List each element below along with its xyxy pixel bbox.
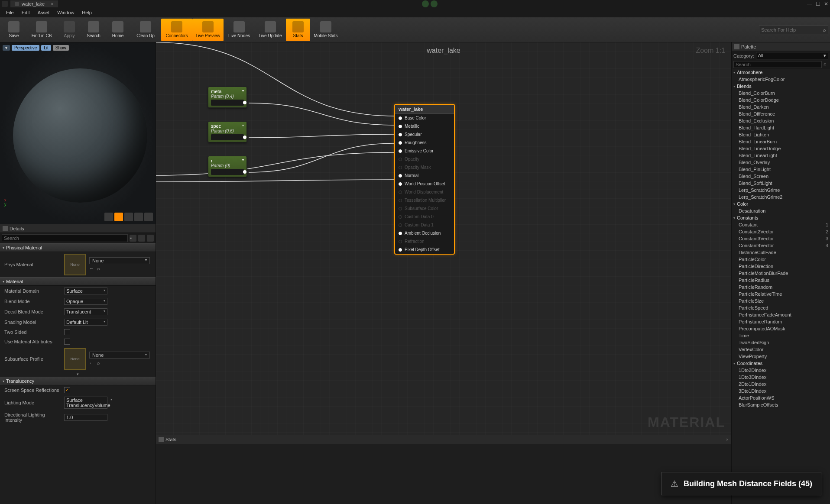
palette-item[interactable]: PerInstanceFadeAmount: [732, 311, 830, 318]
palette-item[interactable]: ParticleMotionBlurFade: [732, 270, 830, 277]
live-update-button[interactable]: Live Update: [255, 19, 286, 41]
document-tab[interactable]: water_lake ×: [10, 0, 58, 7]
palette-item[interactable]: Blend_Difference: [732, 110, 830, 117]
help-search-input[interactable]: [761, 27, 823, 32]
palette-item[interactable]: Blend_SoftLight: [732, 180, 830, 187]
category-dropdown[interactable]: All: [756, 52, 828, 59]
palette-item[interactable]: Constant1: [732, 221, 830, 228]
dropdown[interactable]: Surface TranslucencyVolume: [64, 397, 107, 409]
details-search-input[interactable]: [2, 234, 128, 242]
pin-subsurface-color[interactable]: Subsurface Color: [395, 204, 454, 213]
dropdown[interactable]: Default Lit: [64, 319, 107, 326]
search-icon[interactable]: ⌕: [822, 61, 828, 68]
palette-item[interactable]: Constant2Vector2: [732, 228, 830, 235]
palette-item[interactable]: Blend_LinearDodge: [732, 145, 830, 152]
pin-tessellation-multiplier[interactable]: Tessellation Multiplier: [395, 196, 454, 204]
viewport-menu-button[interactable]: ▾: [3, 45, 10, 51]
dropdown[interactable]: Surface: [64, 288, 107, 294]
palette-item[interactable]: 1Dto3DIndex: [732, 374, 830, 381]
pin-custom-data-1[interactable]: Custom Data 1: [395, 221, 454, 229]
category-translucency[interactable]: Translucency: [0, 377, 156, 385]
lit-button[interactable]: Lit: [41, 45, 51, 51]
palette-item[interactable]: ParticleRadius: [732, 277, 830, 284]
apply-button[interactable]: Apply: [57, 19, 81, 41]
live-nodes-button[interactable]: Live Nodes: [224, 19, 255, 41]
palette-item[interactable]: 2Dto1DIndex: [732, 381, 830, 388]
expand-toggle[interactable]: ▾: [0, 372, 156, 377]
cube-primitive-icon[interactable]: [134, 213, 143, 221]
pin-base-color[interactable]: Base Color: [395, 114, 454, 122]
clean-up-button[interactable]: Clean Up: [130, 19, 161, 41]
save-button[interactable]: Save: [2, 19, 26, 41]
mesh-primitive-icon[interactable]: [144, 213, 153, 221]
source-control-icon[interactable]: [431, 0, 438, 7]
palette-category-blends[interactable]: Blends: [732, 83, 830, 90]
asset-thumbnail[interactable]: None: [64, 348, 86, 370]
plane-primitive-icon[interactable]: [124, 213, 133, 221]
palette-item[interactable]: ActorPositionWS: [732, 394, 830, 401]
palette-item[interactable]: Blend_Screen: [732, 173, 830, 180]
palette-item[interactable]: Time: [732, 332, 830, 339]
live-preview-button[interactable]: Live Preview: [192, 19, 224, 41]
palette-item[interactable]: Blend_PinLight: [732, 166, 830, 173]
palette-item[interactable]: ParticleRelativeTime: [732, 291, 830, 297]
asset-thumbnail[interactable]: None: [64, 254, 86, 275]
cylinder-primitive-icon[interactable]: [104, 213, 113, 221]
category-material[interactable]: Material: [0, 277, 156, 286]
pin-custom-data-0[interactable]: Custom Data 0: [395, 213, 454, 221]
palette-item[interactable]: VertexColor: [732, 346, 830, 353]
stats-tab[interactable]: Stats ×: [156, 435, 731, 444]
palette-item[interactable]: Blend_LinearLight: [732, 152, 830, 159]
palette-item[interactable]: ParticleRandom: [732, 284, 830, 291]
dropdown[interactable]: Opaque: [64, 298, 107, 305]
maximize-icon[interactable]: ☐: [816, 1, 820, 7]
browse-icon[interactable]: ⌕: [97, 266, 103, 272]
palette-item[interactable]: ParticleSpeed: [732, 304, 830, 311]
palette-item[interactable]: ParticleSize: [732, 297, 830, 304]
palette-item[interactable]: Lerp_ScratchGrime2: [732, 194, 830, 200]
close-icon[interactable]: ×: [726, 437, 729, 442]
palette-item[interactable]: Constant3Vector3: [732, 235, 830, 242]
use-selected-icon[interactable]: ←: [89, 360, 95, 366]
output-pin[interactable]: [211, 134, 244, 140]
pin-metallic[interactable]: Metallic: [395, 122, 454, 130]
menu-window[interactable]: Window: [54, 9, 78, 16]
details-tab[interactable]: Details: [0, 224, 156, 233]
palette-item[interactable]: Blend_Darken: [732, 103, 830, 110]
palette-item[interactable]: TwoSidedSign: [732, 339, 830, 346]
minimize-icon[interactable]: —: [807, 1, 812, 7]
search-icon[interactable]: ⌕: [130, 235, 136, 242]
stats-button[interactable]: Stats: [286, 19, 310, 41]
palette-category-constants[interactable]: Constants: [732, 214, 830, 221]
palette-item[interactable]: AtmosphericFogColor: [732, 76, 830, 83]
menu-asset[interactable]: Asset: [34, 9, 53, 16]
browse-icon[interactable]: ⌕: [97, 360, 103, 366]
pin-refraction[interactable]: Refraction: [395, 237, 454, 246]
palette-item[interactable]: Lerp_ScratchGrime: [732, 187, 830, 194]
pin-emissive-color[interactable]: Emissive Color: [395, 147, 454, 155]
palette-item[interactable]: ViewProperty: [732, 353, 830, 360]
palette-item[interactable]: PrecomputedAOMask: [732, 325, 830, 332]
window-close-icon[interactable]: ✕: [824, 1, 828, 7]
param-node-spec[interactable]: specParam (0.6): [208, 121, 247, 142]
checkbox[interactable]: [64, 329, 70, 335]
palette-item[interactable]: PerInstanceRandom: [732, 318, 830, 325]
param-node-r[interactable]: rParam (0): [208, 156, 247, 177]
search-icon[interactable]: ⌕: [823, 27, 826, 32]
preview-viewport[interactable]: ▾ Perspective Lit Show xy: [0, 42, 156, 224]
palette-item[interactable]: 3Dto1DIndex: [732, 388, 830, 394]
pin-specular[interactable]: Specular: [395, 130, 454, 139]
result-node[interactable]: water_lakeBase ColorMetallicSpecularRoug…: [394, 104, 455, 255]
home-button[interactable]: Home: [106, 19, 130, 41]
pin-world-position-offset[interactable]: World Position Offset: [395, 180, 454, 188]
pin-opacity-mask[interactable]: Opacity Mask: [395, 163, 454, 171]
pin-ambient-occlusion[interactable]: Ambient Occlusion: [395, 229, 454, 237]
palette-item[interactable]: DistanceCullFade: [732, 249, 830, 256]
grid-view-icon[interactable]: [138, 235, 145, 242]
eye-icon[interactable]: [147, 235, 154, 242]
pin-normal[interactable]: Normal: [395, 171, 454, 180]
menu-edit[interactable]: Edit: [18, 9, 33, 16]
palette-search-input[interactable]: [733, 61, 822, 68]
palette-category-coordinates[interactable]: Coordinates: [732, 360, 830, 367]
output-pin[interactable]: [211, 100, 244, 106]
